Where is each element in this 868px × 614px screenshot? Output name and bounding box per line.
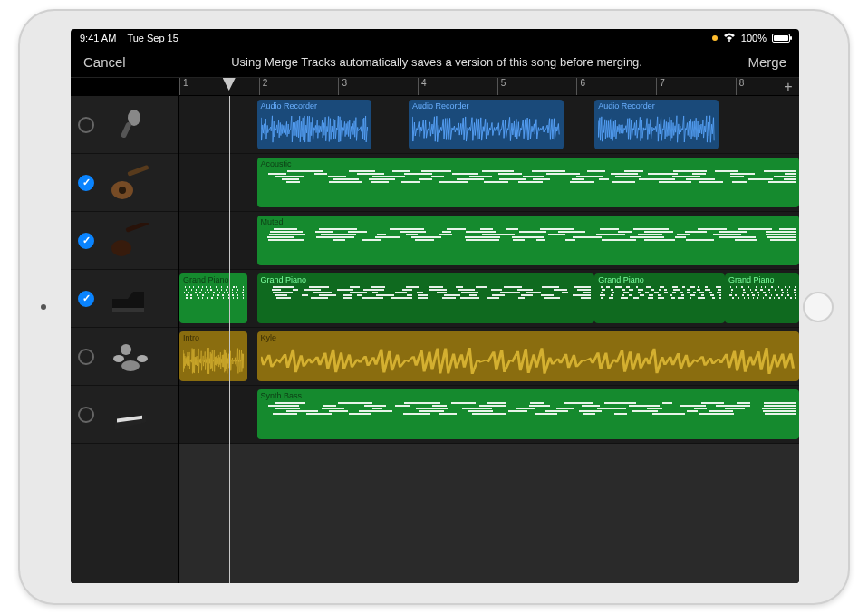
- svg-point-10: [137, 355, 148, 362]
- svg-rect-7: [112, 308, 144, 312]
- clip-label: Muted: [261, 217, 284, 226]
- track-header-muted[interactable]: [71, 212, 178, 270]
- microphone-icon: [103, 103, 158, 147]
- recording-indicator-icon: [712, 35, 718, 41]
- track-lane-synth[interactable]: Synth Bass: [179, 386, 799, 444]
- track-header-acoustic[interactable]: [71, 154, 178, 212]
- midi-notes-icon: [261, 228, 796, 262]
- clip-label: Grand Piano: [183, 275, 229, 284]
- home-button[interactable]: [803, 292, 834, 322]
- ruler-tick: 1: [179, 78, 188, 95]
- track-select-checkbox[interactable]: [78, 175, 94, 191]
- track-lane-audio-rec[interactable]: Audio RecorderAudio RecorderAudio Record…: [179, 96, 799, 154]
- clip[interactable]: Kyle: [257, 331, 800, 381]
- bass-icon: [103, 219, 158, 263]
- ipad-frame: 9:41 AM Tue Sep 15 100% Cancel Using Mer…: [18, 9, 850, 605]
- status-bar: 9:41 AM Tue Sep 15 100%: [71, 29, 799, 47]
- guitar-icon: [103, 161, 158, 205]
- ruler-tick: 8: [736, 78, 745, 95]
- waveform-icon: [598, 112, 715, 146]
- waveform-icon: [261, 344, 796, 378]
- clip[interactable]: Audio Recorder: [257, 100, 372, 149]
- ruler-tick: 7: [656, 78, 665, 95]
- playhead-marker[interactable]: [223, 78, 236, 91]
- svg-point-11: [121, 344, 131, 355]
- midi-notes-icon: [261, 286, 592, 320]
- track-select-checkbox[interactable]: [78, 407, 94, 423]
- clip[interactable]: Synth Bass: [257, 389, 800, 439]
- track-lanes[interactable]: Audio RecorderAudio RecorderAudio Record…: [179, 96, 799, 583]
- waveform-icon: [261, 112, 369, 146]
- track-lane-piano[interactable]: Grand PianoGrand PianoGrand PianoGrand P…: [179, 270, 799, 328]
- track-header-piano[interactable]: [71, 270, 178, 328]
- midi-notes-icon: [183, 286, 244, 320]
- battery-icon: [772, 34, 790, 43]
- track-select-checkbox[interactable]: [78, 233, 94, 249]
- midi-notes-icon: [261, 170, 796, 204]
- clip[interactable]: Muted: [257, 216, 800, 265]
- piano-icon: [103, 277, 158, 321]
- clip-label: Audio Recorder: [412, 101, 469, 110]
- track-lane-muted[interactable]: Muted: [179, 212, 799, 270]
- track-select-checkbox[interactable]: [78, 349, 94, 365]
- svg-rect-1: [121, 121, 132, 139]
- empty-tracks-area: [179, 444, 799, 583]
- ruler-tick: 3: [338, 78, 347, 95]
- track-header-drums[interactable]: [71, 328, 178, 386]
- timeline-ruler[interactable]: + 12345678: [179, 78, 799, 96]
- clip[interactable]: Grand Piano: [257, 273, 595, 323]
- screen: 9:41 AM Tue Sep 15 100% Cancel Using Mer…: [71, 29, 799, 583]
- add-section-button[interactable]: +: [781, 80, 796, 94]
- merge-toolbar: Cancel Using Merge Tracks automatically …: [71, 47, 799, 78]
- drums-icon: [103, 335, 158, 379]
- svg-point-9: [113, 355, 124, 362]
- ruler-tick: 5: [497, 78, 506, 95]
- clip-label: Intro: [183, 333, 199, 342]
- clip-label: Audio Recorder: [598, 101, 655, 110]
- waveform-icon: [183, 344, 244, 378]
- clip-label: Acoustic: [261, 159, 292, 168]
- clip-label: Grand Piano: [598, 275, 644, 284]
- svg-point-8: [121, 360, 140, 371]
- midi-notes-icon: [261, 402, 796, 436]
- track-header-audio-rec[interactable]: [71, 96, 178, 154]
- tracks-area: Audio RecorderAudio RecorderAudio Record…: [71, 96, 799, 583]
- track-lane-acoustic[interactable]: Acoustic: [179, 154, 799, 212]
- track-select-checkbox[interactable]: [78, 117, 94, 133]
- clip[interactable]: Grand Piano: [179, 273, 247, 323]
- waveform-icon: [412, 112, 560, 146]
- clip[interactable]: Audio Recorder: [409, 100, 564, 149]
- svg-rect-4: [127, 165, 149, 177]
- ruler-tick: 2: [259, 78, 268, 95]
- merge-button[interactable]: Merge: [747, 54, 786, 70]
- clip[interactable]: Acoustic: [257, 158, 800, 207]
- svg-point-5: [111, 240, 131, 256]
- merge-message: Using Merge Tracks automatically saves a…: [126, 55, 748, 69]
- status-date: Tue Sep 15: [127, 33, 178, 43]
- ruler-tick: 4: [418, 78, 427, 95]
- svg-point-3: [119, 187, 126, 194]
- camera-dot: [41, 304, 46, 310]
- midi-notes-icon: [598, 286, 721, 320]
- playhead-line: [229, 96, 230, 583]
- status-time: 9:41 AM: [80, 33, 116, 43]
- svg-rect-6: [125, 223, 149, 233]
- ruler-tick: 6: [576, 78, 585, 95]
- clip-label: Synth Bass: [261, 391, 303, 400]
- track-select-checkbox[interactable]: [78, 291, 94, 307]
- track-header-synth[interactable]: [71, 386, 178, 444]
- clip-label: Kyle: [261, 333, 277, 342]
- clip[interactable]: Intro: [179, 331, 247, 381]
- track-lane-drums[interactable]: IntroKyle: [179, 328, 799, 386]
- clip[interactable]: Grand Piano: [594, 273, 725, 323]
- clip-label: Grand Piano: [261, 275, 307, 284]
- midi-notes-icon: [728, 286, 796, 320]
- track-headers: [71, 96, 179, 583]
- clip-label: Grand Piano: [728, 275, 775, 284]
- clip[interactable]: Grand Piano: [725, 273, 799, 323]
- cancel-button[interactable]: Cancel: [83, 54, 126, 70]
- synth-icon: [103, 393, 158, 437]
- clip[interactable]: Audio Recorder: [594, 100, 719, 149]
- clip-label: Audio Recorder: [261, 101, 318, 110]
- battery-pct: 100%: [741, 33, 767, 43]
